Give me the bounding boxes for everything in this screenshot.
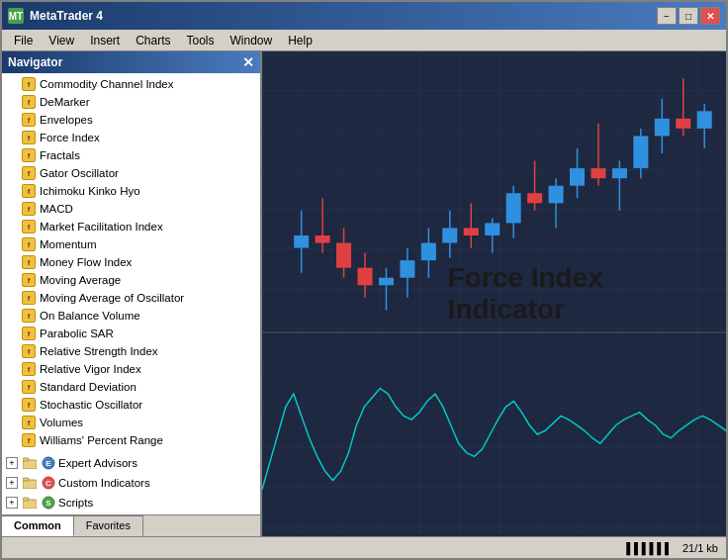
list-item[interactable]: f On Balance Volume xyxy=(2,307,260,325)
main-window: MT MetaTrader 4 − □ ✕ File View Insert C… xyxy=(0,0,728,560)
indicator-icon: f xyxy=(22,184,36,198)
indicator-icon: f xyxy=(22,131,36,144)
custom-indicators-folder[interactable]: + C Custom Indicators xyxy=(2,473,260,493)
menu-window[interactable]: Window xyxy=(223,32,281,49)
menu-file[interactable]: File xyxy=(6,32,41,49)
indicator-label: Volumes xyxy=(40,417,83,428)
list-item[interactable]: f Fractals xyxy=(2,146,260,164)
folder-icon xyxy=(22,455,38,471)
indicator-icon: f xyxy=(22,416,36,429)
rsi-label: Relative Strength Index xyxy=(40,345,158,357)
svg-text:E: E xyxy=(46,459,51,468)
list-item[interactable]: f Momentum xyxy=(2,235,260,253)
scripts-folder[interactable]: + S Scripts xyxy=(2,493,260,513)
folder-icon xyxy=(22,495,38,511)
menu-view[interactable]: View xyxy=(41,32,82,49)
indicator-label: Envelopes xyxy=(40,114,93,126)
menu-insert[interactable]: Insert xyxy=(82,32,128,49)
list-item[interactable]: f Ichimoku Kinko Hyo xyxy=(2,182,260,200)
list-item[interactable]: f Commodity Channel Index xyxy=(2,75,260,93)
indicator-icon: f xyxy=(22,77,36,91)
navigator-close-button[interactable]: ✕ xyxy=(242,54,254,70)
tab-common[interactable]: Common xyxy=(2,515,74,536)
indicator-label: Williams' Percent Range xyxy=(40,434,163,446)
indicator-icon: f xyxy=(22,220,36,233)
custom-indicators-icon: C xyxy=(42,476,55,490)
indicator-icon: f xyxy=(22,309,36,323)
status-bar: ▌▌▌▌▌▌ 21/1 kb xyxy=(2,536,726,558)
expand-icon[interactable]: + xyxy=(6,497,18,509)
indicator-label: Ichimoku Kinko Hyo xyxy=(40,185,140,197)
indicator-icon: f xyxy=(22,95,36,109)
navigator-tabs: Common Favorites xyxy=(2,514,260,536)
navigator-body[interactable]: f Commodity Channel Index f DeMarker f E… xyxy=(2,73,260,514)
list-item[interactable]: f Envelopes xyxy=(2,111,260,129)
menu-help[interactable]: Help xyxy=(280,32,320,49)
market-facilitation-label: Market Facilitation Index xyxy=(40,221,163,233)
minimize-button[interactable]: − xyxy=(657,7,677,25)
chart-area[interactable]: Force Index Indicator xyxy=(262,51,726,536)
list-item[interactable]: f Moving Average xyxy=(2,271,260,289)
indicator-icon: f xyxy=(22,380,36,394)
expand-icon[interactable]: + xyxy=(6,457,18,469)
indicator-icon: f xyxy=(22,327,36,340)
window-title: MetaTrader 4 xyxy=(30,9,103,23)
list-item[interactable]: f Williams' Percent Range xyxy=(2,431,260,449)
custom-indicators-label: Custom Indicators xyxy=(58,477,150,489)
list-item[interactable]: f Relative Strength Index xyxy=(2,342,260,360)
list-item[interactable]: f Parabolic SAR xyxy=(2,325,260,342)
list-item[interactable]: f DeMarker xyxy=(2,93,260,111)
folder-icon xyxy=(22,475,38,491)
chart-status-icon: ▌▌▌▌▌▌ xyxy=(626,542,673,554)
tab-favorites[interactable]: Favorites xyxy=(74,515,143,536)
indicator-icon: f xyxy=(22,433,36,447)
list-item[interactable]: f MACD xyxy=(2,200,260,218)
app-icon: MT xyxy=(8,8,24,24)
indicator-icon: f xyxy=(22,291,36,305)
main-area: Navigator ✕ f Commodity Channel Index f … xyxy=(2,51,726,536)
expert-advisors-folder[interactable]: + E Expert Advisors xyxy=(2,453,260,473)
close-button[interactable]: ✕ xyxy=(700,7,720,25)
main-chart-canvas xyxy=(262,51,726,536)
indicator-icon: f xyxy=(22,202,36,216)
expert-advisors-label: Expert Advisors xyxy=(58,457,137,469)
scripts-icon: S xyxy=(42,496,55,510)
indicator-label: Gator Oscillator xyxy=(40,167,119,179)
navigator-header: Navigator ✕ xyxy=(2,51,260,73)
money-flow-label: Money Flow Index xyxy=(40,256,132,268)
menu-charts[interactable]: Charts xyxy=(128,32,178,49)
indicator-icon: f xyxy=(22,166,36,180)
maximize-button[interactable]: □ xyxy=(679,7,698,25)
indicator-label: Stochastic Oscillator xyxy=(40,399,142,411)
svg-text:C: C xyxy=(46,479,51,488)
list-item[interactable]: f Volumes xyxy=(2,414,260,431)
indicator-icon: f xyxy=(22,344,36,358)
list-item[interactable]: f Stochastic Oscillator xyxy=(2,396,260,414)
list-item[interactable]: f Money Flow Index xyxy=(2,253,260,271)
indicator-icon: f xyxy=(22,398,36,412)
title-controls: − □ ✕ xyxy=(657,7,720,25)
indicator-label: Momentum xyxy=(40,238,97,250)
rvi-label: Relative Vigor Index xyxy=(40,363,141,375)
menu-tools[interactable]: Tools xyxy=(179,32,223,49)
expand-icon[interactable]: + xyxy=(6,477,18,489)
list-item[interactable]: f Market Facilitation Index xyxy=(2,218,260,235)
list-item[interactable]: f Force Index xyxy=(2,129,260,146)
list-item[interactable]: f Gator Oscillator xyxy=(2,164,260,182)
list-item[interactable]: f Moving Average of Oscillator xyxy=(2,289,260,307)
indicator-icon: f xyxy=(22,113,36,127)
indicator-label: Parabolic SAR xyxy=(40,327,114,339)
svg-rect-1 xyxy=(23,458,29,461)
title-bar: MT MetaTrader 4 − □ ✕ xyxy=(2,2,726,30)
svg-rect-5 xyxy=(23,478,29,481)
indicator-icon: f xyxy=(22,255,36,269)
nav-tree: f Commodity Channel Index f DeMarker f E… xyxy=(2,73,260,514)
indicator-label: Commodity Channel Index xyxy=(40,78,174,90)
list-item[interactable]: f Relative Vigor Index xyxy=(2,360,260,378)
navigator-panel: Navigator ✕ f Commodity Channel Index f … xyxy=(2,51,262,536)
indicator-icon: f xyxy=(22,362,36,376)
indicator-icon: f xyxy=(22,148,36,162)
indicator-label: Fractals xyxy=(40,149,80,161)
menu-bar: File View Insert Charts Tools Window Hel… xyxy=(2,30,726,51)
list-item[interactable]: f Standard Deviation xyxy=(2,378,260,396)
